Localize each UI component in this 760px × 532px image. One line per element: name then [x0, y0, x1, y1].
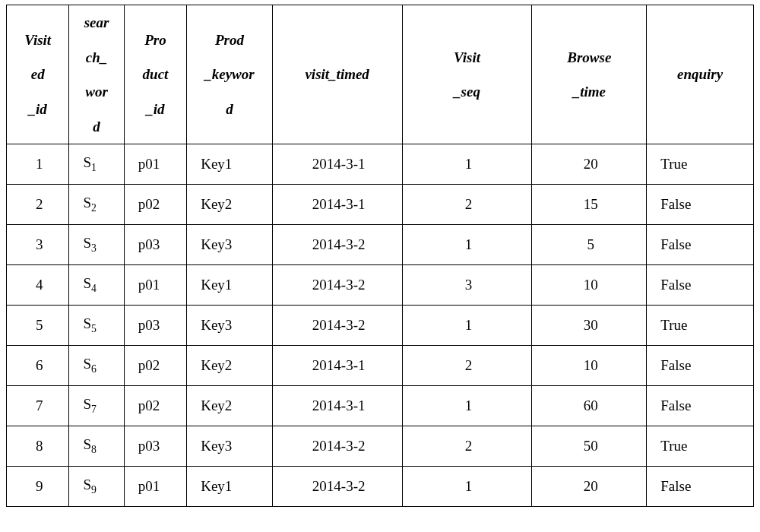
table-row: 6S6p02Key22014-3-1210False	[7, 346, 754, 386]
cell-enquiry: True	[647, 306, 754, 346]
cell-browse-time: 10	[532, 346, 647, 386]
cell-visit-seq: 1	[402, 386, 532, 426]
col-header-visit-timed: visit_timed	[272, 5, 402, 144]
table-container: Visit ed _id sear ch_ wor d Pro duct _id…	[0, 0, 760, 511]
col-header-visited-id: Visit ed _id	[7, 5, 69, 144]
table-row: 7S7p02Key22014-3-1160False	[7, 386, 754, 426]
cell-browse-time: 20	[532, 467, 647, 507]
cell-browse-time: 60	[532, 386, 647, 426]
cell-enquiry: True	[647, 144, 754, 185]
cell-visit-seq: 3	[402, 265, 532, 306]
cell-browse-time: 10	[532, 265, 647, 306]
col-header-visit-seq: Visit _seq	[402, 5, 532, 144]
table-row: 2S2p02Key22014-3-1215False	[7, 185, 754, 225]
table-header: Visit ed _id sear ch_ wor d Pro duct _id…	[7, 5, 754, 144]
header-row: Visit ed _id sear ch_ wor d Pro duct _id…	[7, 5, 754, 144]
cell-browse-time: 30	[532, 306, 647, 346]
cell-product-id: p03	[124, 225, 186, 265]
cell-visited-id: 6	[7, 346, 69, 386]
table-row: 1S1p01Key12014-3-1120True	[7, 144, 754, 185]
table-row: 4S4p01Key12014-3-2310False	[7, 265, 754, 306]
cell-product-id: p02	[124, 386, 186, 426]
cell-prod-keyword: Key1	[187, 265, 273, 306]
cell-visit-seq: 2	[402, 185, 532, 225]
cell-prod-keyword: Key2	[187, 185, 273, 225]
cell-visit-timed: 2014-3-1	[272, 144, 402, 185]
table-row: 3S3p03Key32014-3-215False	[7, 225, 754, 265]
col-header-product-id: Pro duct _id	[124, 5, 186, 144]
cell-browse-time: 5	[532, 225, 647, 265]
cell-enquiry: False	[647, 346, 754, 386]
cell-enquiry: False	[647, 225, 754, 265]
col-header-search-word: sear ch_ wor d	[69, 5, 124, 144]
cell-visited-id: 5	[7, 306, 69, 346]
cell-prod-keyword: Key3	[187, 225, 273, 265]
table-body: 1S1p01Key12014-3-1120True2S2p02Key22014-…	[7, 144, 754, 507]
table-row: 9S9p01Key12014-3-2120False	[7, 467, 754, 507]
cell-search-word: S5	[69, 306, 124, 346]
cell-product-id: p02	[124, 185, 186, 225]
cell-search-word: S4	[69, 265, 124, 306]
cell-search-word: S7	[69, 386, 124, 426]
cell-enquiry: False	[647, 265, 754, 306]
cell-visited-id: 3	[7, 225, 69, 265]
cell-search-word: S3	[69, 225, 124, 265]
cell-visit-timed: 2014-3-2	[272, 225, 402, 265]
cell-product-id: p01	[124, 265, 186, 306]
cell-visit-seq: 1	[402, 144, 532, 185]
cell-enquiry: False	[647, 386, 754, 426]
col-header-prod-keyword: Prod _keywor d	[187, 5, 273, 144]
cell-visit-seq: 1	[402, 467, 532, 507]
col-header-enquiry: enquiry	[647, 5, 754, 144]
cell-visited-id: 4	[7, 265, 69, 306]
cell-visit-timed: 2014-3-2	[272, 306, 402, 346]
cell-product-id: p03	[124, 306, 186, 346]
cell-visited-id: 8	[7, 426, 69, 467]
cell-product-id: p01	[124, 144, 186, 185]
cell-prod-keyword: Key1	[187, 144, 273, 185]
cell-visit-timed: 2014-3-2	[272, 265, 402, 306]
cell-visit-seq: 2	[402, 426, 532, 467]
cell-visit-timed: 2014-3-2	[272, 467, 402, 507]
cell-visit-timed: 2014-3-1	[272, 346, 402, 386]
cell-product-id: p03	[124, 426, 186, 467]
cell-visited-id: 2	[7, 185, 69, 225]
cell-visited-id: 1	[7, 144, 69, 185]
cell-visit-seq: 2	[402, 346, 532, 386]
cell-prod-keyword: Key1	[187, 467, 273, 507]
cell-visit-timed: 2014-3-1	[272, 386, 402, 426]
table-row: 8S8p03Key32014-3-2250True	[7, 426, 754, 467]
cell-prod-keyword: Key2	[187, 346, 273, 386]
cell-visit-seq: 1	[402, 225, 532, 265]
cell-prod-keyword: Key3	[187, 306, 273, 346]
cell-enquiry: False	[647, 467, 754, 507]
cell-visit-seq: 1	[402, 306, 532, 346]
cell-search-word: S8	[69, 426, 124, 467]
cell-prod-keyword: Key2	[187, 386, 273, 426]
cell-search-word: S1	[69, 144, 124, 185]
cell-browse-time: 50	[532, 426, 647, 467]
cell-visit-timed: 2014-3-2	[272, 426, 402, 467]
cell-browse-time: 15	[532, 185, 647, 225]
cell-search-word: S9	[69, 467, 124, 507]
cell-product-id: p01	[124, 467, 186, 507]
col-header-browse-time: Browse _time	[532, 5, 647, 144]
cell-visited-id: 7	[7, 386, 69, 426]
cell-enquiry: False	[647, 185, 754, 225]
cell-visit-timed: 2014-3-1	[272, 185, 402, 225]
cell-search-word: S2	[69, 185, 124, 225]
cell-visited-id: 9	[7, 467, 69, 507]
cell-enquiry: True	[647, 426, 754, 467]
table-row: 5S5p03Key32014-3-2130True	[7, 306, 754, 346]
data-table: Visit ed _id sear ch_ wor d Pro duct _id…	[6, 5, 754, 507]
cell-prod-keyword: Key3	[187, 426, 273, 467]
cell-search-word: S6	[69, 346, 124, 386]
cell-product-id: p02	[124, 346, 186, 386]
cell-browse-time: 20	[532, 144, 647, 185]
